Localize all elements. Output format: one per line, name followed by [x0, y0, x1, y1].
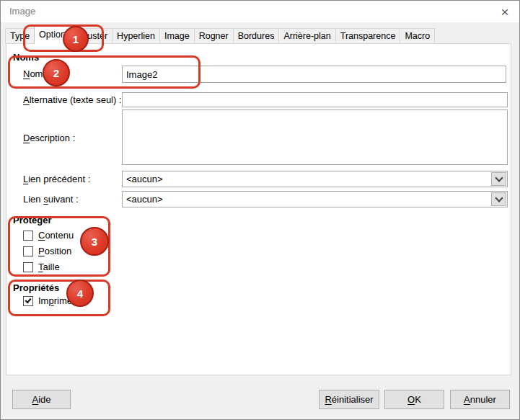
lien-suivant-dropdown-button[interactable] — [491, 192, 506, 206]
tab-image[interactable]: Image — [159, 28, 195, 44]
chevron-down-icon — [495, 174, 503, 182]
window-title: Image — [9, 6, 35, 17]
titlebar: Image × — [1, 1, 519, 22]
tab-arriere-plan[interactable]: Arrière-plan — [278, 28, 335, 44]
description-textarea[interactable] — [122, 110, 508, 165]
lien-precedent-dropdown-button[interactable] — [491, 172, 506, 186]
taille-checkbox-label[interactable]: Taille — [38, 262, 60, 273]
image-options-dialog: Image × Type Options Ajuster Hyperlien I… — [0, 0, 520, 420]
chevron-down-icon — [495, 194, 503, 202]
tab-ajuster[interactable]: Ajuster — [74, 28, 113, 44]
position-checkbox[interactable] — [23, 246, 33, 256]
tab-transparence[interactable]: Transparence — [335, 28, 401, 44]
alternative-input[interactable] — [122, 92, 508, 107]
description-label: Description : — [23, 133, 75, 144]
group-title-noms: Noms — [13, 52, 39, 63]
contenu-checkbox[interactable] — [23, 231, 33, 241]
tab-hyperlien[interactable]: Hyperlien — [112, 28, 160, 44]
lien-suivant-label: Lien suivant : — [23, 191, 79, 207]
taille-checkbox[interactable] — [23, 262, 33, 272]
lien-precedent-label: Lien précédent : — [23, 171, 90, 187]
contenu-checkbox-label[interactable]: Contenu — [38, 230, 74, 241]
tab-rogner[interactable]: Rogner — [194, 28, 234, 44]
lien-precedent-combobox[interactable]: <aucun> — [122, 171, 508, 187]
tab-strip: Type Options Ajuster Hyperlien Image Rog… — [6, 26, 435, 44]
lien-suivant-value: <aucun> — [126, 192, 163, 207]
tab-type[interactable]: Type — [5, 28, 35, 44]
imprimer-checkbox[interactable] — [23, 296, 33, 306]
tab-macro[interactable]: Macro — [400, 28, 435, 44]
annuler-button[interactable]: Annuler — [450, 390, 510, 409]
tab-bordures[interactable]: Bordures — [233, 28, 280, 44]
imprimer-checkbox-label[interactable]: Imprimer — [38, 295, 75, 307]
reinitialiser-button[interactable]: Réinitialiser — [319, 390, 379, 409]
group-title-proteger: Protéger — [13, 215, 51, 225]
alternative-label: Alternative (texte seul) : — [23, 92, 122, 107]
aide-button[interactable]: Aide — [12, 390, 71, 409]
nom-label: Nom : — [23, 66, 48, 83]
group-title-proprietes: Propriétés — [13, 282, 59, 293]
close-icon[interactable]: × — [497, 4, 513, 19]
checkmark-icon — [25, 297, 31, 303]
ok-button[interactable]: OK — [384, 390, 444, 409]
tab-options[interactable]: Options — [34, 26, 75, 44]
lien-suivant-combobox[interactable]: <aucun> — [122, 191, 508, 207]
position-checkbox-label[interactable]: Position — [38, 246, 71, 257]
lien-precedent-value: <aucun> — [126, 171, 163, 187]
nom-input[interactable] — [122, 66, 506, 83]
